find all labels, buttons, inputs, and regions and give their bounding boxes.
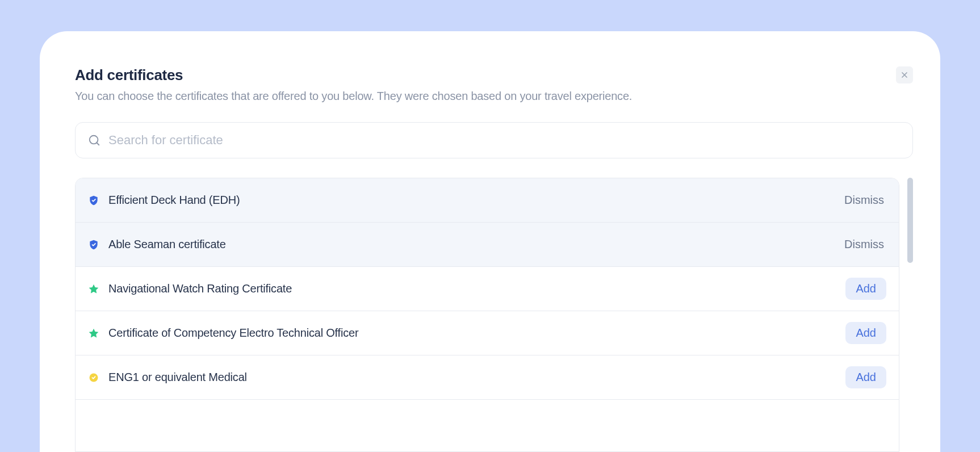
search-input[interactable] bbox=[108, 133, 900, 148]
certificate-name: Navigational Watch Rating Certificate bbox=[108, 282, 845, 295]
certificate-row[interactable]: Navigational Watch Rating Certificate Ad… bbox=[76, 267, 899, 311]
add-button[interactable]: Add bbox=[845, 366, 886, 388]
star-icon bbox=[88, 328, 99, 339]
add-button[interactable]: Add bbox=[845, 322, 886, 344]
search-container[interactable] bbox=[75, 122, 913, 158]
shield-check-icon bbox=[88, 195, 99, 206]
svg-line-3 bbox=[97, 143, 99, 145]
dismiss-button[interactable]: Dismiss bbox=[842, 235, 886, 254]
certificate-name: Efficient Deck Hand (EDH) bbox=[108, 194, 842, 207]
close-button[interactable] bbox=[896, 66, 913, 83]
scrollbar[interactable] bbox=[907, 178, 913, 452]
close-icon bbox=[900, 70, 909, 79]
dismiss-button[interactable]: Dismiss bbox=[842, 190, 886, 210]
shield-check-icon bbox=[88, 239, 99, 250]
list-wrapper: Efficient Deck Hand (EDH) Dismiss Able S… bbox=[75, 178, 913, 452]
search-icon bbox=[88, 134, 100, 147]
certificate-row[interactable]: ENG1 or equivalent Medical Add bbox=[76, 355, 899, 400]
star-icon bbox=[88, 283, 99, 295]
certificate-list: Efficient Deck Hand (EDH) Dismiss Able S… bbox=[75, 178, 899, 452]
certificate-row[interactable]: Efficient Deck Hand (EDH) Dismiss bbox=[76, 178, 899, 223]
certificate-row[interactable]: Able Seaman certificate Dismiss bbox=[76, 223, 899, 267]
modal-subtitle: You can choose the certificates that are… bbox=[75, 90, 913, 103]
modal-title: Add certificates bbox=[75, 66, 183, 84]
add-button[interactable]: Add bbox=[845, 278, 886, 300]
scrollbar-thumb[interactable] bbox=[907, 178, 913, 263]
circle-check-icon bbox=[88, 372, 99, 383]
certificate-row[interactable] bbox=[76, 400, 899, 444]
certificate-name: Able Seaman certificate bbox=[108, 238, 842, 251]
certificate-row[interactable]: Certificate of Competency Electro Techni… bbox=[76, 311, 899, 355]
certificate-name: Certificate of Competency Electro Techni… bbox=[108, 327, 845, 340]
add-certificates-modal: Add certificates You can choose the cert… bbox=[40, 31, 940, 452]
modal-header: Add certificates bbox=[75, 66, 913, 84]
certificate-name: ENG1 or equivalent Medical bbox=[108, 371, 845, 384]
